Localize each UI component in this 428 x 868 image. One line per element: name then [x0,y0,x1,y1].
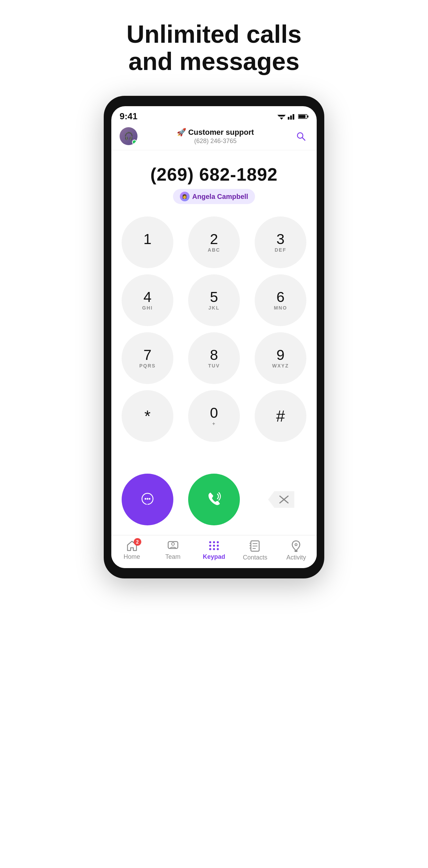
phone-icon [204,489,224,510]
svg-point-22 [209,545,211,547]
key-5[interactable]: 5 JKL [188,274,240,326]
keypad-row-2: 4 GHI 5 JKL 6 MNO [122,274,306,326]
svg-rect-4 [290,115,292,120]
phone-screen: 9:41 [111,106,317,568]
svg-marker-2 [280,118,283,120]
action-row [111,470,317,535]
dialed-number-section: (269) 682-1892 👩 Angela Campbell [111,150,317,210]
activity-icon [291,540,301,552]
contact-name: Angela Campbell [192,193,248,201]
channel-name: 🚀 Customer support [137,128,293,137]
search-button[interactable] [293,129,308,144]
svg-point-27 [217,548,219,550]
key-2[interactable]: 2 ABC [188,216,240,268]
keypad-row-3: 7 PQRS 8 TUV 9 WXYZ [122,332,306,384]
svg-point-12 [145,498,146,500]
delete-button[interactable] [255,474,306,525]
svg-rect-7 [307,115,308,118]
svg-rect-3 [288,117,289,120]
key-8[interactable]: 8 TUV [188,332,240,384]
status-bar: 9:41 [111,106,317,124]
team-icon [167,540,179,551]
svg-line-10 [302,138,305,140]
svg-point-19 [209,541,211,543]
nav-item-team[interactable]: Team [152,540,193,561]
keypad-row-4: * 0 + # [122,390,306,442]
nav-item-home[interactable]: 2 Home [111,540,152,561]
svg-rect-8 [299,115,306,118]
keypad-nav-icon [208,540,220,551]
signal-icon [288,113,296,120]
activity-icon-wrap [291,540,301,552]
keypad-row-1: 1 2 ABC 3 DEF [122,216,306,268]
bottom-nav: 2 Home Team [111,535,317,568]
svg-point-26 [213,548,215,550]
nav-item-activity[interactable]: Activity [276,540,317,561]
call-button[interactable] [188,474,240,525]
channel-phone: (628) 246-3765 [137,138,293,145]
backspace-icon [267,490,294,509]
dialed-number: (269) 682-1892 [120,164,308,185]
svg-point-20 [213,541,215,543]
online-indicator [132,140,137,144]
status-icons [277,113,308,120]
status-time: 9:41 [120,111,137,122]
team-label: Team [165,553,181,561]
team-icon-wrap [167,540,179,551]
key-3[interactable]: 3 DEF [255,216,306,268]
message-icon [138,490,157,509]
key-hash[interactable]: # [255,390,306,442]
svg-point-13 [147,498,149,500]
contacts-icon [249,540,261,552]
key-7[interactable]: 7 PQRS [122,332,173,384]
app-header: 🎧 🚀 Customer support (628) 246-3765 [111,124,317,150]
svg-point-25 [209,548,211,550]
contacts-label: Contacts [243,554,267,561]
keypad: 1 2 ABC 3 DEF 4 GHI 5 [111,210,317,470]
phone-mockup: 9:41 [104,96,324,578]
svg-point-21 [217,541,219,543]
home-icon-wrap: 2 [126,540,138,551]
home-label: Home [124,553,140,561]
contacts-icon-wrap [249,540,261,552]
avatar: 🎧 [120,127,137,145]
keypad-label: Keypad [203,553,225,561]
message-button[interactable] [122,474,173,525]
svg-rect-5 [293,114,294,120]
wifi-icon [277,113,286,120]
battery-icon [298,114,308,119]
header-info: 🚀 Customer support (628) 246-3765 [137,128,293,145]
svg-point-23 [213,545,215,547]
key-4[interactable]: 4 GHI [122,274,173,326]
key-1[interactable]: 1 [122,216,173,268]
keypad-icon-wrap [208,540,220,551]
svg-point-24 [217,545,219,547]
key-9[interactable]: 9 WXYZ [255,332,306,384]
svg-point-18 [172,543,174,545]
hero-title: Unlimited calls and messages [99,21,329,75]
contact-avatar: 👩 [180,192,190,201]
svg-point-35 [295,544,297,546]
svg-point-14 [149,498,151,500]
nav-item-keypad[interactable]: Keypad [193,540,234,561]
search-icon [296,131,306,141]
key-6[interactable]: 6 MNO [255,274,306,326]
contact-match-pill[interactable]: 👩 Angela Campbell [173,189,255,204]
key-star[interactable]: * [122,390,173,442]
nav-item-contacts[interactable]: Contacts [235,540,276,561]
activity-label: Activity [286,554,306,561]
home-badge: 2 [134,538,141,546]
key-0[interactable]: 0 + [188,390,240,442]
